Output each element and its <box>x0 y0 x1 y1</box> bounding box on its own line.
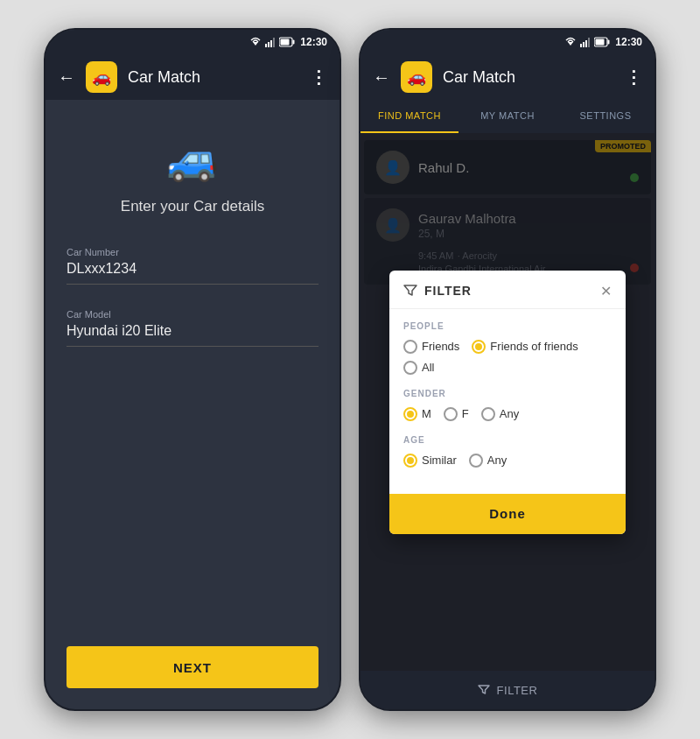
match-list: PROMOTED 👤 Rahul D. 👤 Gaurav Malhotra 25… <box>360 133 654 671</box>
left-main-content: 🚙 Enter your Car details Car Number DLxx… <box>46 100 340 709</box>
svg-rect-12 <box>588 38 590 47</box>
left-app-icon: 🚗 <box>86 61 117 93</box>
battery-icon <box>279 37 295 47</box>
svg-rect-2 <box>268 42 270 47</box>
radio-label-fof: Friends of friends <box>490 340 578 353</box>
tabs-bar: FIND MATCH MY MATCH SETTINGS <box>360 100 654 133</box>
radio-any-age[interactable]: Any <box>469 454 507 468</box>
left-app-bar: ← 🚗 Car Match ⋮ <box>46 54 340 100</box>
tab-settings[interactable]: SETTINGS <box>556 100 654 133</box>
right-status-icons <box>564 37 610 47</box>
svg-rect-14 <box>608 40 610 45</box>
filter-dialog: FILTER ✕ PEOPLE Friends <box>389 271 626 534</box>
gender-section-label: GENDER <box>403 389 612 398</box>
filter-section-gender: GENDER M F An <box>403 389 612 421</box>
radio-label-any-age: Any <box>487 454 507 467</box>
radio-circle-m <box>403 407 417 421</box>
filter-title: FILTER <box>424 284 472 298</box>
filter-body: PEOPLE Friends Friends of friends <box>389 309 626 494</box>
status-icons <box>249 37 295 47</box>
svg-rect-15 <box>596 39 605 46</box>
radio-circle-all <box>403 361 417 375</box>
radio-circle-f <box>444 407 458 421</box>
radio-label-all: All <box>422 361 434 374</box>
radio-label-f: F <box>462 407 469 420</box>
filter-done-button[interactable]: Done <box>389 494 626 534</box>
filter-icon <box>403 284 417 298</box>
left-status-bar: 12:30 <box>46 30 340 54</box>
wifi-icon <box>249 37 262 47</box>
radio-circle-friends <box>403 340 417 354</box>
svg-marker-8 <box>568 42 573 46</box>
filter-close-button[interactable]: ✕ <box>600 283 612 299</box>
filter-header: FILTER ✕ <box>389 271 626 309</box>
radio-m[interactable]: M <box>403 407 431 421</box>
age-options-row: Similar Any <box>403 454 612 468</box>
left-phone: 12:30 ← 🚗 Car Match ⋮ 🚙 Enter your Car d… <box>44 28 341 711</box>
people-options-row2: All <box>403 361 612 375</box>
radio-circle-any-gender <box>481 407 495 421</box>
filter-section-age: AGE Similar Any <box>403 435 612 468</box>
svg-marker-0 <box>253 42 258 46</box>
right-app-bar: ← 🚗 Car Match ⋮ <box>360 54 654 100</box>
filter-section-people: PEOPLE Friends Friends of friends <box>403 321 612 375</box>
right-battery-icon <box>594 37 610 47</box>
filter-header-left: FILTER <box>403 284 472 298</box>
car-number-group: Car Number DLxxx1234 <box>66 247 318 285</box>
right-wifi-icon <box>564 37 577 47</box>
signal-icon <box>265 37 276 47</box>
radio-similar[interactable]: Similar <box>403 454 457 468</box>
age-section-label: AGE <box>403 435 612 445</box>
right-app-icon: 🚗 <box>401 61 432 93</box>
radio-label-m: M <box>422 407 431 420</box>
car-number-label: Car Number <box>66 247 318 257</box>
left-app-title: Car Match <box>128 68 299 87</box>
svg-rect-4 <box>273 38 275 47</box>
people-section-label: PEOPLE <box>403 321 612 331</box>
people-options-row1: Friends Friends of friends <box>403 340 612 354</box>
right-back-button[interactable]: ← <box>373 67 390 88</box>
enter-car-title: Enter your Car details <box>121 198 264 215</box>
right-more-button[interactable]: ⋮ <box>625 67 642 88</box>
svg-rect-1 <box>265 44 267 47</box>
next-button[interactable]: NEXT <box>66 646 318 688</box>
radio-label-similar: Similar <box>422 454 457 467</box>
radio-label-friends: Friends <box>422 340 459 353</box>
radio-friends[interactable]: Friends <box>403 340 459 354</box>
svg-rect-11 <box>585 40 587 47</box>
gender-options-row: M F Any <box>403 407 612 421</box>
tab-find-match[interactable]: FIND MATCH <box>360 100 458 133</box>
bottom-filter-icon <box>478 684 490 696</box>
radio-f[interactable]: F <box>444 407 469 421</box>
radio-circle-similar <box>403 454 417 468</box>
filter-bottom-label: FILTER <box>497 684 538 697</box>
svg-rect-3 <box>270 40 272 47</box>
car-model-label: Car Model <box>66 309 318 320</box>
car-illustration: 🚙 <box>166 135 219 184</box>
tab-my-match[interactable]: MY MATCH <box>458 100 556 133</box>
radio-label-any-gender: Any <box>500 407 519 420</box>
right-app-title: Car Match <box>443 68 614 87</box>
svg-rect-10 <box>583 42 584 47</box>
right-phone: 12:30 ← 🚗 Car Match ⋮ FIND MATCH MY MATC… <box>359 28 656 711</box>
left-more-button[interactable]: ⋮ <box>310 67 327 88</box>
radio-any-gender[interactable]: Any <box>481 407 519 421</box>
radio-all[interactable]: All <box>403 361 434 375</box>
right-signal-icon <box>580 37 591 47</box>
svg-rect-6 <box>293 40 295 45</box>
filter-overlay: FILTER ✕ PEOPLE Friends <box>360 133 654 671</box>
right-status-bar: 12:30 <box>360 30 654 54</box>
car-model-value[interactable]: Hyundai i20 Elite <box>66 323 318 339</box>
car-model-group: Car Model Hyundai i20 Elite <box>66 309 318 347</box>
radio-circle-fof <box>472 340 486 354</box>
filter-bottom-bar[interactable]: FILTER <box>360 671 654 709</box>
svg-rect-9 <box>580 44 582 47</box>
radio-circle-any-age <box>469 454 483 468</box>
car-number-value[interactable]: DLxxx1234 <box>66 261 318 277</box>
right-time: 12:30 <box>615 36 642 48</box>
svg-rect-7 <box>281 39 290 46</box>
radio-friends-of-friends[interactable]: Friends of friends <box>472 340 578 354</box>
left-time: 12:30 <box>300 36 327 48</box>
left-back-button[interactable]: ← <box>58 67 75 88</box>
